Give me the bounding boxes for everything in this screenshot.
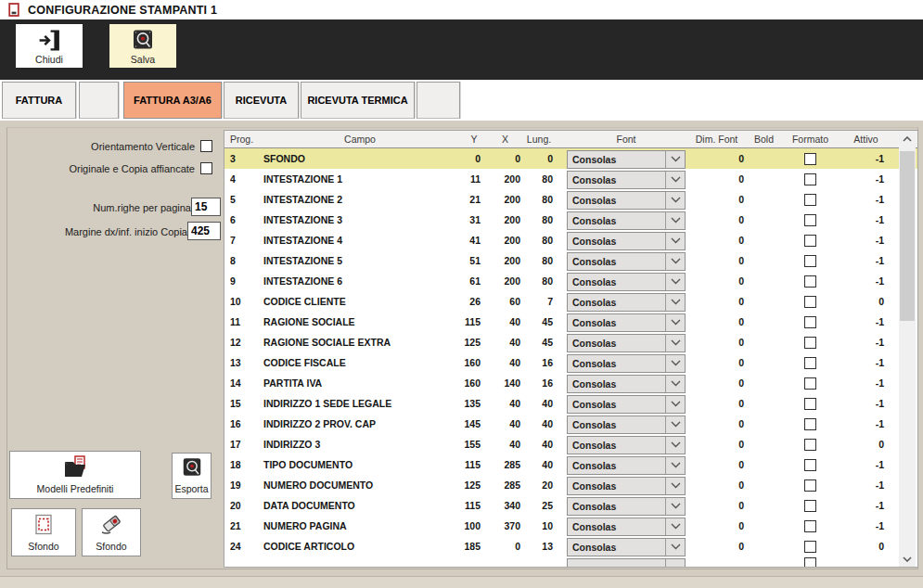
- font-dropdown[interactable]: Consolas: [567, 518, 686, 536]
- table-row[interactable]: 8 INTESTAZIONE 5 51 200 80 Consolas 0 -1: [224, 250, 917, 271]
- formato-checkbox[interactable]: [804, 357, 816, 369]
- chevron-down-icon[interactable]: [665, 376, 685, 392]
- copy-margin-input[interactable]: [187, 222, 221, 240]
- font-dropdown[interactable]: Consolas: [567, 313, 686, 332]
- table-row[interactable]: 7 INTESTAZIONE 4 41 200 80 Consolas 0 -1: [224, 230, 917, 250]
- formato-checkbox[interactable]: [804, 337, 816, 349]
- formato-checkbox[interactable]: [804, 214, 816, 226]
- font-dropdown[interactable]: Consolas: [567, 395, 686, 414]
- font-dropdown[interactable]: Consolas: [567, 436, 686, 454]
- font-dropdown[interactable]: Consolas: [567, 293, 686, 312]
- formato-checkbox[interactable]: [804, 255, 816, 267]
- tab-empty-2[interactable]: [417, 82, 460, 119]
- table-row[interactable]: 10 CODICE CLIENTE 26 60 7 Consolas 0 0: [224, 291, 917, 312]
- formato-checkbox[interactable]: [804, 439, 816, 451]
- formato-checkbox[interactable]: [804, 275, 816, 288]
- font-dropdown[interactable]: Consolas: [567, 252, 686, 271]
- formato-checkbox[interactable]: [804, 316, 816, 328]
- scroll-up-arrow-icon[interactable]: [899, 131, 916, 147]
- formato-checkbox[interactable]: [804, 173, 816, 185]
- chevron-down-icon[interactable]: [665, 437, 685, 454]
- chevron-down-icon[interactable]: [665, 457, 685, 474]
- table-row[interactable]: 3 SFONDO 0 0 0 Consolas 0 -1: [224, 148, 917, 169]
- chevron-down-icon[interactable]: [665, 478, 685, 494]
- table-row[interactable]: 12 RAGIONE SOCIALE EXTRA 125 40 45 Conso…: [224, 332, 917, 352]
- formato-checkbox[interactable]: [804, 520, 816, 532]
- tab-empty-1[interactable]: [79, 82, 119, 119]
- table-row[interactable]: 5 INTESTAZIONE 2 21 200 80 Consolas 0 -1: [224, 189, 917, 210]
- chevron-down-icon[interactable]: [665, 212, 685, 229]
- rows-per-page-input[interactable]: [191, 198, 221, 216]
- chevron-down-icon[interactable]: [665, 416, 685, 433]
- table-row[interactable]: 20 DATA DOCUMENTO 115 340 25 Consolas 0 …: [224, 495, 917, 516]
- chevron-down-icon[interactable]: [665, 539, 685, 556]
- tab-ricevuta-termica[interactable]: RICEVUTA TERMICA: [301, 82, 415, 119]
- formato-checkbox[interactable]: [804, 194, 816, 206]
- chevron-down-icon[interactable]: [665, 314, 685, 331]
- font-dropdown[interactable]: Consolas: [567, 191, 686, 210]
- tab-ricevuta[interactable]: RICEVUTA: [224, 82, 299, 119]
- table-row[interactable]: 19 NUMERO DOCUMENTO 125 285 20 Consolas …: [224, 475, 917, 495]
- font-dropdown[interactable]: Consolas: [567, 497, 686, 516]
- background-select-button[interactable]: Sfondo: [11, 508, 76, 556]
- formato-checkbox[interactable]: [804, 500, 816, 512]
- font-dropdown[interactable]: Consolas: [567, 456, 686, 475]
- chevron-down-icon[interactable]: [665, 355, 685, 372]
- chevron-down-icon[interactable]: [665, 253, 685, 270]
- formato-checkbox[interactable]: [804, 235, 816, 247]
- chevron-down-icon[interactable]: [665, 192, 685, 209]
- formato-checkbox[interactable]: [804, 418, 816, 430]
- predefined-models-button[interactable]: Modelli Predefiniti: [9, 451, 141, 499]
- tab-fattura-a3-a6[interactable]: FATTURA A3/A6: [123, 82, 222, 119]
- background-erase-button[interactable]: Sfondo: [82, 508, 141, 556]
- chevron-down-icon[interactable]: [665, 294, 685, 311]
- chevron-down-icon[interactable]: [665, 335, 685, 352]
- table-row[interactable]: 21 NUMERO PAGINA 100 370 10 Consolas 0 -…: [224, 516, 917, 536]
- export-button[interactable]: Esporta: [172, 453, 212, 499]
- table-row[interactable]: 16 INDIRIZZO 2 PROV. CAP 145 40 40 Conso…: [224, 414, 917, 434]
- font-dropdown[interactable]: Consolas: [567, 334, 686, 352]
- font-dropdown[interactable]: Consolas: [567, 354, 686, 373]
- formato-checkbox[interactable]: [804, 479, 816, 492]
- scroll-down-arrow-icon[interactable]: [899, 551, 916, 567]
- table-row[interactable]: 18 TIPO DOCUMENTO 115 285 40 Consolas 0 …: [224, 454, 917, 475]
- formato-checkbox[interactable]: [804, 398, 816, 410]
- table-row[interactable]: 11 RAGIONE SOCIALE 115 40 45 Consolas 0 …: [224, 312, 917, 332]
- font-dropdown[interactable]: Consolas: [567, 477, 686, 495]
- close-button[interactable]: Chiudi: [16, 24, 83, 68]
- tab-fattura[interactable]: FATTURA: [2, 82, 76, 119]
- font-dropdown[interactable]: Consolas: [567, 211, 686, 230]
- table-row[interactable]: 14 PARTITA IVA 160 140 16 Consolas 0 -1: [224, 373, 917, 393]
- scrollbar-thumb[interactable]: [900, 151, 915, 321]
- table-row[interactable]: 4 INTESTAZIONE 1 11 200 80 Consolas 0 -1: [224, 169, 917, 189]
- side-by-side-checkbox[interactable]: [200, 162, 212, 174]
- chevron-down-icon[interactable]: [665, 151, 685, 168]
- font-dropdown[interactable]: Consolas: [567, 415, 686, 434]
- font-dropdown[interactable]: Consolas: [567, 273, 686, 291]
- table-row[interactable]: 15 INDIRIZZO 1 SEDE LEGALE 135 40 40 Con…: [224, 393, 917, 414]
- font-dropdown[interactable]: Consolas: [567, 171, 686, 189]
- table-row[interactable]: 24 CODICE ARTICOLO 185 0 13 Consolas 0 0: [224, 536, 917, 556]
- formato-checkbox[interactable]: [804, 377, 816, 390]
- chevron-down-icon[interactable]: [665, 172, 685, 188]
- table-row[interactable]: 6 INTESTAZIONE 3 31 200 80 Consolas 0 -1: [224, 210, 917, 230]
- table-row[interactable]: 13 CODICE FISCALE 160 40 16 Consolas 0 -…: [224, 352, 917, 373]
- formato-checkbox[interactable]: [804, 296, 816, 308]
- table-scrollbar[interactable]: [899, 131, 916, 567]
- chevron-down-icon[interactable]: [665, 233, 685, 249]
- chevron-down-icon[interactable]: [665, 498, 685, 515]
- table-row[interactable]: 9 INTESTAZIONE 6 61 200 80 Consolas 0 -1: [224, 271, 917, 291]
- table-row[interactable]: 17 INDIRIZZO 3 155 40 40 Consolas 0 0: [224, 434, 917, 454]
- chevron-down-icon[interactable]: [665, 518, 685, 535]
- formato-checkbox[interactable]: [804, 541, 816, 553]
- orientation-checkbox[interactable]: [200, 140, 212, 152]
- font-dropdown[interactable]: Consolas: [567, 538, 686, 556]
- chevron-down-icon[interactable]: [665, 274, 685, 290]
- font-dropdown[interactable]: Consolas: [567, 375, 686, 393]
- formato-checkbox[interactable]: [804, 459, 816, 471]
- font-dropdown[interactable]: Consolas: [567, 232, 686, 250]
- save-button[interactable]: Salva: [109, 24, 176, 68]
- font-dropdown[interactable]: Consolas: [567, 150, 686, 169]
- formato-checkbox[interactable]: [804, 153, 816, 165]
- chevron-down-icon[interactable]: [665, 396, 685, 413]
